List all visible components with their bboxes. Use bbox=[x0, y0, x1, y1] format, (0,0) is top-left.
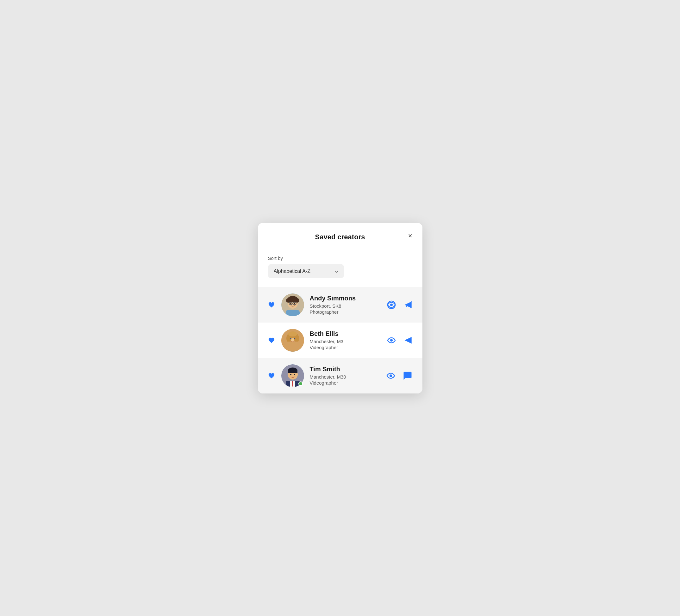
creators-list: Andy Simmons Stockport, SK8 Photographer bbox=[258, 287, 422, 393]
online-indicator-tim bbox=[299, 382, 303, 386]
creator-role-andy: Photographer bbox=[310, 309, 385, 315]
svg-point-8 bbox=[294, 303, 295, 304]
eye-icon-tim bbox=[386, 371, 396, 381]
view-button-tim[interactable] bbox=[385, 369, 397, 382]
sort-select-wrapper: Alphabetical A-Z Alphabetical Z-A Recent… bbox=[268, 264, 344, 278]
view-button-andy[interactable] bbox=[385, 299, 398, 311]
svg-point-36 bbox=[294, 374, 295, 375]
heart-icon-beth bbox=[268, 337, 275, 344]
heart-icon-tim bbox=[268, 372, 275, 379]
save-button-andy[interactable] bbox=[267, 300, 276, 310]
avatar-wrapper-tim bbox=[281, 364, 304, 387]
modal-header: Saved creators × bbox=[258, 223, 422, 249]
send-icon-andy bbox=[403, 300, 412, 309]
chat-button-tim[interactable] bbox=[401, 370, 414, 382]
avatar-andy bbox=[281, 293, 304, 316]
svg-point-24 bbox=[294, 338, 295, 339]
svg-point-22 bbox=[288, 331, 297, 336]
view-button-beth[interactable] bbox=[385, 334, 398, 346]
list-item: Tim Smith Manchester, M30 Videographer bbox=[258, 358, 422, 393]
list-item: Beth Ellis Manchester, M3 Videographer bbox=[258, 323, 422, 358]
svg-point-5 bbox=[295, 298, 299, 303]
avatar-wrapper-beth bbox=[281, 329, 304, 352]
svg-point-26 bbox=[390, 339, 393, 341]
avatar-beth bbox=[281, 329, 304, 352]
creator-location-tim: Manchester, M30 bbox=[310, 374, 385, 380]
svg-point-35 bbox=[290, 374, 291, 375]
svg-point-4 bbox=[286, 298, 290, 303]
creator-role-beth: Videographer bbox=[310, 345, 385, 350]
creator-info-tim: Tim Smith Manchester, M30 Videographer bbox=[310, 366, 385, 386]
creator-info-andy: Andy Simmons Stockport, SK8 Photographer bbox=[310, 295, 385, 315]
svg-rect-1 bbox=[286, 310, 300, 316]
send-button-beth[interactable] bbox=[402, 335, 414, 346]
eye-icon-beth bbox=[386, 335, 396, 345]
svg-marker-27 bbox=[404, 337, 412, 343]
save-button-beth[interactable] bbox=[267, 336, 276, 345]
send-button-andy[interactable] bbox=[402, 299, 414, 311]
save-button-tim[interactable] bbox=[267, 371, 276, 381]
sort-section: Sort by Alphabetical A-Z Alphabetical Z-… bbox=[258, 249, 422, 287]
creator-info-beth: Beth Ellis Manchester, M3 Videographer bbox=[310, 330, 385, 350]
svg-rect-25 bbox=[281, 341, 304, 352]
list-item: Andy Simmons Stockport, SK8 Photographer bbox=[258, 287, 422, 323]
creator-role-tim: Videographer bbox=[310, 380, 385, 386]
creator-actions-tim bbox=[385, 369, 414, 382]
send-icon-beth bbox=[403, 336, 412, 345]
creator-name-andy: Andy Simmons bbox=[310, 295, 385, 302]
heart-icon bbox=[268, 301, 275, 308]
chat-icon-tim bbox=[403, 371, 412, 381]
avatar-wrapper-andy bbox=[281, 293, 304, 316]
creator-name-beth: Beth Ellis bbox=[310, 330, 385, 337]
creator-actions-beth bbox=[385, 334, 414, 346]
svg-point-37 bbox=[390, 374, 392, 377]
creator-name-tim: Tim Smith bbox=[310, 366, 385, 373]
creator-location-beth: Manchester, M3 bbox=[310, 339, 385, 344]
creator-actions-andy bbox=[385, 299, 414, 311]
svg-point-7 bbox=[290, 303, 291, 304]
eye-icon-andy bbox=[386, 300, 396, 310]
svg-point-13 bbox=[390, 304, 393, 306]
avatar-image-beth bbox=[281, 329, 304, 352]
modal-title: Saved creators bbox=[315, 233, 365, 241]
saved-creators-modal: Saved creators × Sort by Alphabetical A-… bbox=[258, 223, 422, 393]
close-button[interactable]: × bbox=[407, 231, 414, 241]
avatar-image-andy bbox=[281, 293, 304, 316]
sort-label: Sort by bbox=[268, 255, 412, 261]
sort-select[interactable]: Alphabetical A-Z Alphabetical Z-A Recent… bbox=[268, 264, 344, 278]
svg-point-23 bbox=[290, 338, 291, 339]
svg-point-6 bbox=[290, 296, 295, 301]
svg-rect-34 bbox=[288, 370, 298, 373]
creator-location-andy: Stockport, SK8 bbox=[310, 303, 385, 309]
